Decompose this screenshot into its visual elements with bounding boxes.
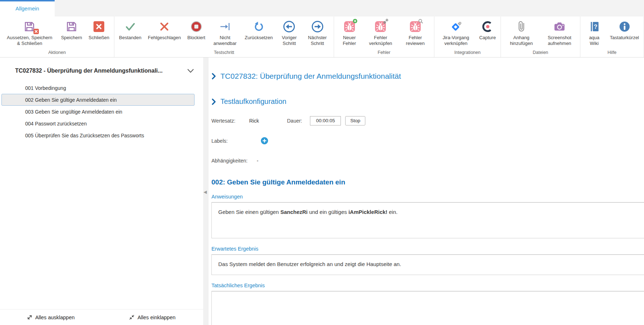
close-icon xyxy=(91,19,107,34)
ribbon-group-hilfe: ? aqua Wiki Tastaturkürzel Hilfe xyxy=(580,17,644,57)
password-value: iAmPickleRick! xyxy=(348,209,387,215)
expected-result-text: Das System meldet den Benutzer erfolgrei… xyxy=(218,261,401,267)
testcase-title: TC027832 - Überprüfung der Anmeldungsfun… xyxy=(15,68,187,74)
paperclip-icon xyxy=(513,19,529,34)
stop-button[interactable]: Stop xyxy=(345,116,365,125)
wiki-book-icon: ? xyxy=(586,19,602,34)
expected-result-box: Das System meldet den Benutzer erfolgrei… xyxy=(211,255,644,275)
step-item-002-selected[interactable]: 002 Geben Sie gültige Anmeldedaten ein xyxy=(1,94,195,106)
splitter-collapse-icon[interactable]: ◀ xyxy=(204,190,207,194)
jira-icon xyxy=(448,19,464,34)
chevron-down-icon[interactable] xyxy=(187,68,195,73)
expand-all-button[interactable]: Alles ausklappen xyxy=(0,315,102,320)
next-step-button[interactable]: Nächster Schritt xyxy=(302,19,332,46)
save-suspend-icon xyxy=(22,19,37,34)
ribbon-toolbar: Aussetzen, Speichern & Schließen Speiche… xyxy=(0,17,644,58)
passed-button[interactable]: Bestanden xyxy=(116,19,145,41)
group-label-fehler: Fehler xyxy=(335,49,433,57)
info-icon xyxy=(617,19,632,34)
instructions-box: Geben Sie einen gültigen SanchezRi und e… xyxy=(211,202,644,238)
active-tab-accent xyxy=(0,0,55,1)
pane-splitter[interactable]: ◀ xyxy=(203,58,209,325)
not-applicable-button[interactable]: Nicht anwendbar xyxy=(209,19,242,46)
link-jira-issue-button[interactable]: Jira-Vorgang verknüpfen xyxy=(436,19,476,46)
test-steps-sidebar: TC027832 - Überprüfung der Anmeldungsfun… xyxy=(0,58,203,325)
chevron-right-icon xyxy=(211,73,216,80)
svg-text:?: ? xyxy=(594,24,597,30)
collapse-all-icon xyxy=(129,315,134,320)
previous-step-button[interactable]: Voriger Schritt xyxy=(276,19,303,46)
labels-label: Labels: xyxy=(211,138,261,144)
close-button[interactable]: Schließen xyxy=(85,19,113,41)
actual-result-input[interactable] xyxy=(211,291,644,325)
testcase-heading[interactable]: TC027832: Überprüfung der Anmeldungsfunk… xyxy=(211,72,644,81)
capture-icon xyxy=(480,19,495,34)
link-badge-icon xyxy=(383,19,388,24)
fail-cross-icon xyxy=(156,19,172,34)
step-item-001[interactable]: 001 Vorbedingung xyxy=(0,82,203,94)
save-button[interactable]: Speichern xyxy=(58,19,86,41)
failed-button[interactable]: Fehlgeschlagen xyxy=(145,19,184,41)
labels-row: Labels: xyxy=(211,136,644,146)
add-label-button[interactable] xyxy=(261,137,268,145)
instructions-section-label: Anweisungen xyxy=(211,194,644,202)
duration-input[interactable] xyxy=(310,116,341,125)
dependencies-value: - xyxy=(257,158,259,164)
save-icon xyxy=(64,19,79,34)
cancel-badge-icon xyxy=(33,29,39,34)
expand-all-icon xyxy=(27,315,32,320)
collapse-all-button[interactable]: Alles einklappen xyxy=(102,315,204,320)
run-config-heading[interactable]: Testlaufkonfiguration xyxy=(211,97,644,106)
take-screenshot-button[interactable]: Screenshot aufnehmen xyxy=(540,19,579,46)
testcase-heading-text: TC027832: Überprüfung der Anmeldungsfunk… xyxy=(220,72,401,81)
blocked-icon xyxy=(188,19,204,34)
sidebar-testcase-header[interactable]: TC027832 - Überprüfung der Anmeldungsfun… xyxy=(0,58,203,74)
instructions-text: Geben Sie einen gültigen xyxy=(218,209,280,215)
bug-review-icon xyxy=(407,19,423,34)
valueset-duration-row: Wertesatz: Rick Dauer: Stop xyxy=(211,116,644,125)
duration-label: Dauer: xyxy=(287,118,310,124)
dependencies-row: Abhängigkeiten: - xyxy=(211,156,644,165)
group-label-aktionen: Aktionen xyxy=(1,49,113,57)
prev-arrow-icon xyxy=(281,19,297,34)
check-icon xyxy=(122,19,138,34)
group-label-integrationen: Integrationen xyxy=(436,49,499,57)
sidebar-footer: Alles ausklappen Alles einklappen xyxy=(0,309,203,325)
ribbon-group-integrationen: Jira-Vorgang verknüpfen Capture Integrat… xyxy=(434,17,501,57)
blocked-button[interactable]: Blockiert xyxy=(184,19,209,41)
valueset-label: Wertesatz: xyxy=(211,118,249,124)
chevron-right-icon xyxy=(211,98,216,105)
username-value: SanchezRi xyxy=(280,209,308,215)
skip-arrow-icon xyxy=(217,19,233,34)
tab-label: Allgemein xyxy=(15,5,39,12)
current-step-title: 002: Geben Sie gültige Anmeldedaten ein xyxy=(211,178,644,186)
capture-button[interactable]: Capture xyxy=(476,19,499,41)
bug-link-icon xyxy=(373,19,388,34)
suspend-save-close-button[interactable]: Aussetzen, Speichern & Schließen xyxy=(1,19,58,46)
new-defect-button[interactable]: Neuer Fehler xyxy=(335,19,363,46)
link-defect-button[interactable]: Fehler verknüpfen xyxy=(363,19,398,46)
ribbon-group-testschritt: Bestanden Fehlgeschlagen Blockiert xyxy=(114,17,334,57)
camera-icon xyxy=(552,19,567,34)
tab-allgemein[interactable]: Allgemein xyxy=(0,0,55,17)
bug-new-icon xyxy=(342,19,357,34)
group-label-testschritt: Testschritt xyxy=(116,49,332,57)
step-list: 001 Vorbedingung 002 Geben Sie gültige A… xyxy=(0,82,203,141)
dependencies-label: Abhängigkeiten: xyxy=(211,158,257,164)
actual-result-section-label: Tatsächliches Ergebnis xyxy=(211,283,644,291)
plus-badge-icon xyxy=(353,19,357,23)
ribbon-group-aktionen: Aussetzen, Speichern & Schließen Speiche… xyxy=(0,17,114,57)
reset-button[interactable]: Zurücksetzen xyxy=(242,19,276,41)
step-item-005[interactable]: 005 Überprüfen Sie das Zurücksetzen des … xyxy=(0,129,203,141)
test-execution-panel: TC027832: Überprüfung der Anmeldungsfunk… xyxy=(209,58,644,325)
aqua-wiki-button[interactable]: ? aqua Wiki xyxy=(582,19,607,46)
ribbon-group-dateien: Anhang hinzufügen Screenshot aufnehmen D… xyxy=(501,17,580,57)
step-item-004[interactable]: 004 Passwort zurücksetzen xyxy=(0,118,203,129)
next-arrow-icon xyxy=(310,19,325,34)
step-item-003[interactable]: 003 Geben Sie ungültige Anmeldedaten ein xyxy=(0,106,203,118)
add-attachment-button[interactable]: Anhang hinzufügen xyxy=(502,19,540,46)
review-defect-button[interactable]: Fehler reviewen xyxy=(398,19,433,46)
tab-strip: Allgemein xyxy=(0,0,644,17)
keyboard-shortcuts-button[interactable]: Tastaturkürzel xyxy=(607,19,642,41)
group-label-hilfe: Hilfe xyxy=(582,49,642,57)
